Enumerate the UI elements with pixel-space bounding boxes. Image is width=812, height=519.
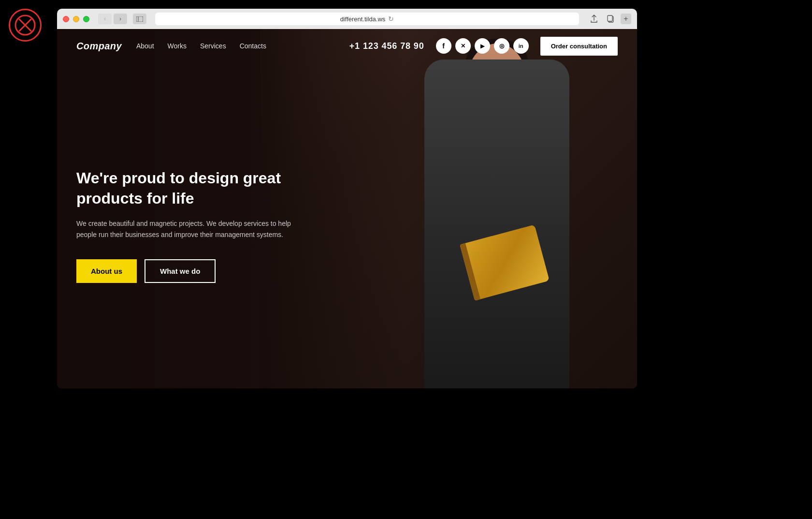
new-tab-button[interactable]: +: [621, 14, 631, 24]
order-consultation-button[interactable]: Order consultation: [540, 37, 618, 56]
x-icon: [14, 15, 36, 36]
forward-button[interactable]: ›: [114, 14, 127, 24]
youtube-icon[interactable]: ▶: [475, 38, 490, 54]
twitter-icon[interactable]: ✕: [455, 38, 471, 54]
address-bar[interactable]: different.tilda.ws ↻: [155, 13, 579, 25]
back-button[interactable]: ‹: [98, 14, 112, 24]
nav-link-services[interactable]: Services: [200, 42, 226, 50]
svg-rect-3: [136, 16, 143, 22]
url-text: different.tilda.ws: [340, 15, 386, 23]
site-content: Company About Works Services Contacts +1…: [57, 29, 637, 388]
book: [460, 224, 550, 300]
site-logo: Company: [76, 41, 122, 52]
nav-link-about[interactable]: About: [136, 42, 154, 50]
about-us-button[interactable]: About us: [76, 259, 137, 283]
instagram-icon[interactable]: ◎: [494, 38, 509, 54]
sidebar-button[interactable]: [133, 14, 146, 24]
copy-icon: [607, 15, 614, 23]
nav-link-works[interactable]: Works: [168, 42, 187, 50]
maximize-button[interactable]: [83, 16, 89, 22]
hero-buttons: About us What we do: [76, 259, 347, 283]
phone-number[interactable]: +1 123 456 78 90: [349, 41, 424, 51]
error-indicator: [9, 9, 42, 42]
browser-window: ‹ › different.tilda.ws ↻: [57, 9, 637, 388]
minimize-button[interactable]: [73, 16, 79, 22]
site-navigation: Company About Works Services Contacts +1…: [57, 29, 637, 63]
hero-description: We create beautiful and magnetic project…: [76, 218, 308, 240]
svg-rect-6: [608, 15, 612, 21]
nav-link-contacts[interactable]: Contacts: [240, 42, 266, 50]
share-button[interactable]: [588, 14, 600, 24]
copy-button[interactable]: [604, 14, 617, 24]
share-icon: [590, 15, 598, 23]
nav-links: About Works Services Contacts: [136, 42, 266, 50]
linkedin-icon[interactable]: in: [513, 38, 529, 54]
title-bar: ‹ › different.tilda.ws ↻: [57, 9, 637, 29]
person-figure: [395, 29, 598, 388]
what-we-do-button[interactable]: What we do: [145, 259, 216, 283]
sidebar-icon: [136, 16, 143, 22]
person-body: [424, 59, 569, 388]
book-spine: [460, 243, 480, 301]
close-button[interactable]: [63, 16, 69, 22]
reload-button[interactable]: ↻: [388, 15, 394, 23]
hero-content: We're proud to design great products for…: [57, 63, 366, 388]
social-icons: f ✕ ▶ ◎ in: [436, 38, 529, 54]
hero-title: We're proud to design great products for…: [76, 168, 347, 208]
facebook-icon[interactable]: f: [436, 38, 451, 54]
